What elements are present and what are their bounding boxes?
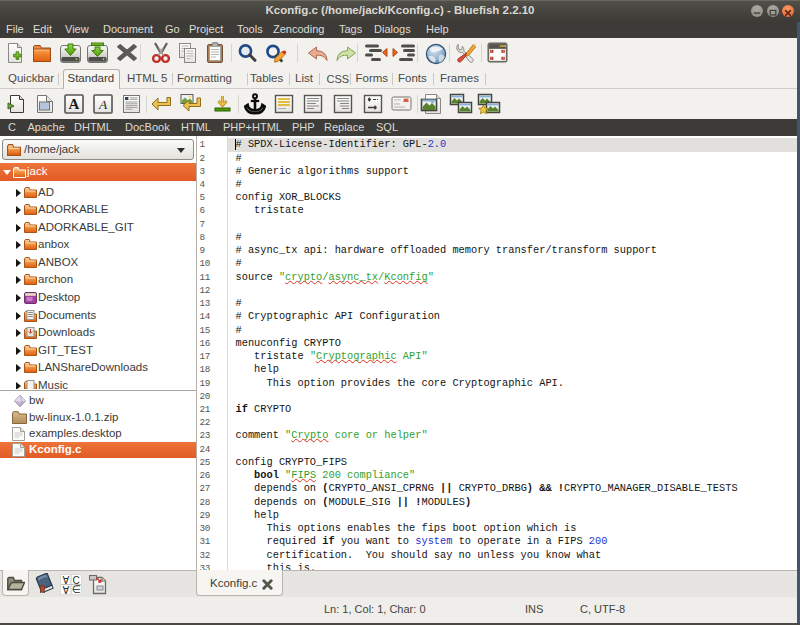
svg-text:A: A: [62, 574, 69, 585]
svg-text:A: A: [62, 584, 69, 595]
svg-text:A: A: [98, 97, 108, 112]
svg-text:∈: ∈: [72, 583, 81, 595]
svg-text:A: A: [69, 96, 80, 112]
